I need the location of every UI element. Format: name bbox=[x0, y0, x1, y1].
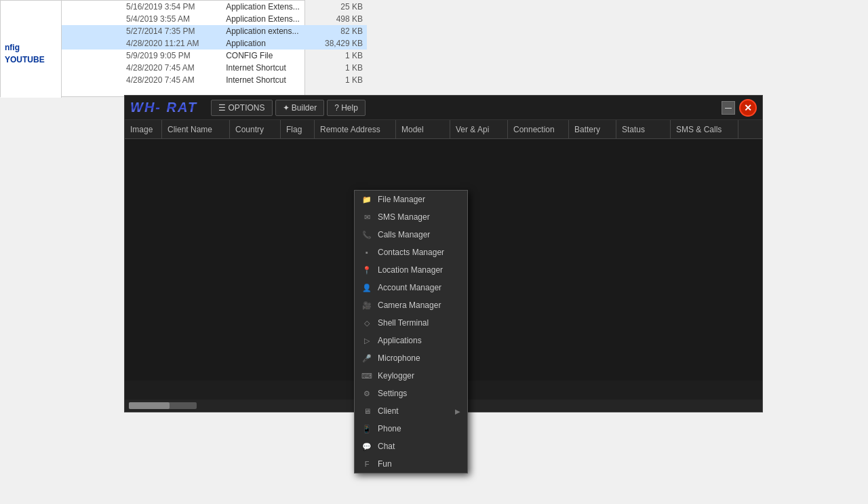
menu-item-sms-manager[interactable]: ✉SMS Manager bbox=[355, 208, 467, 226]
close-button[interactable]: ✕ bbox=[739, 99, 757, 117]
scrollbar-thumb[interactable] bbox=[129, 402, 170, 409]
file-row-type: CONFIG File bbox=[222, 50, 315, 62]
file-row-type: Application extens... bbox=[222, 25, 315, 37]
file-row-size: 25 KB bbox=[315, 1, 367, 13]
microphone-icon: 🎤 bbox=[361, 353, 372, 364]
col-header-client: Client Name bbox=[162, 120, 230, 138]
title-menu: ☰ OPTIONS ✦ Builder ? Help bbox=[211, 100, 722, 116]
chat-label: Chat bbox=[378, 442, 460, 451]
col-header-status: Status bbox=[616, 120, 671, 138]
file-row-date: 5/16/2019 3:54 PM bbox=[62, 1, 222, 13]
help-menu[interactable]: ? Help bbox=[327, 100, 366, 116]
camera-manager-icon: 🎥 bbox=[361, 300, 372, 311]
phone-icon: 📱 bbox=[361, 423, 372, 434]
account-manager-icon: 👤 bbox=[361, 282, 372, 293]
sms-manager-icon: ✉ bbox=[361, 212, 372, 222]
menu-item-applications[interactable]: ▷Applications bbox=[355, 332, 467, 349]
file-row-type: Application bbox=[222, 37, 315, 50]
col-header-flag: Flag bbox=[281, 120, 315, 138]
keylogger-label: Keylogger bbox=[378, 371, 460, 381]
left-panel-item-config: nfig bbox=[1, 41, 61, 54]
calls-manager-icon: 📞 bbox=[361, 229, 372, 240]
client-icon: 🖥 bbox=[361, 406, 372, 416]
phone-label: Phone bbox=[378, 424, 460, 433]
options-menu[interactable]: ☰ OPTIONS bbox=[211, 100, 272, 116]
contacts-manager-label: Contacts Manager bbox=[378, 248, 460, 257]
col-header-connection: Connection bbox=[508, 120, 569, 138]
menu-item-fun[interactable]: FFun bbox=[355, 455, 467, 473]
menu-item-client[interactable]: 🖥Client▶ bbox=[355, 402, 467, 420]
applications-icon: ▷ bbox=[361, 335, 372, 346]
col-header-sms: SMS & Calls bbox=[671, 120, 738, 138]
window-controls: — ✕ bbox=[722, 99, 757, 117]
file-table: 5/16/2019 3:54 PM Application Extens... … bbox=[62, 1, 367, 86]
camera-manager-label: Camera Manager bbox=[378, 301, 460, 310]
client-label: Client bbox=[378, 406, 450, 416]
fun-icon: F bbox=[361, 459, 372, 469]
menu-item-settings[interactable]: ⚙Settings bbox=[355, 385, 467, 402]
file-left-panel: nfig YOUTUBE bbox=[1, 1, 62, 98]
client-submenu-arrow: ▶ bbox=[455, 408, 460, 415]
keylogger-icon: ⌨ bbox=[361, 370, 372, 381]
file-row-type: Application Extens... bbox=[222, 1, 315, 13]
file-row-type: Internet Shortcut bbox=[222, 74, 315, 86]
location-manager-label: Location Manager bbox=[378, 265, 460, 275]
minimize-button[interactable]: — bbox=[722, 101, 735, 115]
settings-label: Settings bbox=[378, 389, 460, 398]
location-manager-icon: 📍 bbox=[361, 265, 372, 275]
col-header-ver: Ver & Api bbox=[450, 120, 508, 138]
menu-item-file-manager[interactable]: 📁File Manager bbox=[355, 191, 467, 208]
col-header-country: Country bbox=[230, 120, 281, 138]
builder-menu[interactable]: ✦ Builder bbox=[275, 100, 325, 116]
file-row-size: 1 KB bbox=[315, 74, 367, 86]
shell-terminal-icon: ◇ bbox=[361, 317, 372, 328]
rat-window: WH- RAT ☰ OPTIONS ✦ Builder ? Help — ✕ I… bbox=[124, 95, 763, 412]
file-row-date: 5/9/2019 9:05 PM bbox=[62, 50, 222, 62]
contacts-manager-icon: ▪ bbox=[361, 247, 372, 258]
col-header-model: Model bbox=[396, 120, 450, 138]
menu-item-keylogger[interactable]: ⌨Keylogger bbox=[355, 367, 467, 385]
file-row-date: 4/28/2020 7:45 AM bbox=[62, 74, 222, 86]
app-logo: WH- RAT bbox=[130, 100, 197, 115]
col-header-image: Image bbox=[125, 120, 162, 138]
menu-item-phone[interactable]: 📱Phone bbox=[355, 420, 467, 438]
menu-item-calls-manager[interactable]: 📞Calls Manager bbox=[355, 226, 467, 244]
menu-item-contacts-manager[interactable]: ▪Contacts Manager bbox=[355, 244, 467, 261]
file-row-date: 5/4/2019 3:55 AM bbox=[62, 13, 222, 25]
chat-icon: 💬 bbox=[361, 441, 372, 452]
microphone-label: Microphone bbox=[378, 353, 460, 363]
file-row-size: 498 KB bbox=[315, 13, 367, 25]
scrollbar-track[interactable] bbox=[129, 402, 197, 409]
menu-item-microphone[interactable]: 🎤Microphone bbox=[355, 349, 467, 367]
menu-item-chat[interactable]: 💬Chat bbox=[355, 438, 467, 455]
col-header-remote: Remote Address bbox=[315, 120, 396, 138]
file-row-date: 5/27/2014 7:35 PM bbox=[62, 25, 222, 37]
file-manager-icon: 📁 bbox=[361, 194, 372, 205]
left-panel-item-youtube: YOUTUBE bbox=[1, 54, 61, 66]
file-row-size: 1 KB bbox=[315, 50, 367, 62]
file-row-size: 38,429 KB bbox=[315, 37, 367, 50]
menu-item-location-manager[interactable]: 📍Location Manager bbox=[355, 261, 467, 279]
file-row-type: Application Extens... bbox=[222, 13, 315, 25]
settings-icon: ⚙ bbox=[361, 388, 372, 399]
file-row-size: 1 KB bbox=[315, 62, 367, 74]
file-row-date: 4/28/2020 11:21 AM bbox=[62, 37, 222, 50]
account-manager-label: Account Manager bbox=[378, 283, 460, 292]
column-headers: Image Client Name Country Flag Remote Ad… bbox=[125, 120, 762, 139]
main-content: 📁File Manager✉SMS Manager📞Calls Manager▪… bbox=[125, 139, 762, 381]
file-row-size: 82 KB bbox=[315, 25, 367, 37]
file-explorer: nfig YOUTUBE 5/16/2019 3:54 PM Applicati… bbox=[0, 0, 305, 97]
file-manager-label: File Manager bbox=[378, 195, 460, 204]
fun-label: Fun bbox=[378, 459, 460, 469]
shell-terminal-label: Shell Terminal bbox=[378, 318, 460, 328]
context-menu: 📁File Manager✉SMS Manager📞Calls Manager▪… bbox=[354, 190, 468, 473]
col-header-battery: Battery bbox=[569, 120, 616, 138]
applications-label: Applications bbox=[378, 336, 460, 345]
title-bar: WH- RAT ☰ OPTIONS ✦ Builder ? Help — ✕ bbox=[125, 96, 762, 120]
menu-item-account-manager[interactable]: 👤Account Manager bbox=[355, 279, 467, 296]
file-row-date: 4/28/2020 7:45 AM bbox=[62, 62, 222, 74]
sms-manager-label: SMS Manager bbox=[378, 212, 460, 222]
menu-item-camera-manager[interactable]: 🎥Camera Manager bbox=[355, 296, 467, 314]
menu-item-shell-terminal[interactable]: ◇Shell Terminal bbox=[355, 314, 467, 332]
file-row-type: Internet Shortcut bbox=[222, 62, 315, 74]
